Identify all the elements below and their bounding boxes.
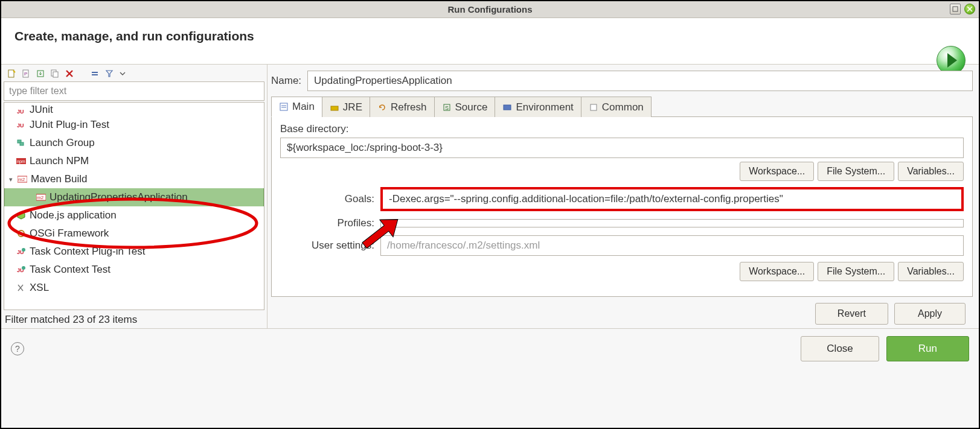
svg-rect-0 bbox=[953, 7, 958, 11]
help-icon[interactable]: ? bbox=[11, 342, 24, 355]
junit-icon: JU bbox=[16, 106, 26, 116]
junit-icon: JU bbox=[16, 120, 26, 130]
tab-label: Refresh bbox=[391, 101, 427, 113]
tree-item[interactable]: JU JUnit bbox=[4, 104, 264, 116]
svg-point-28 bbox=[22, 248, 25, 252]
environment-tab-icon bbox=[502, 103, 512, 112]
svg-text:npm: npm bbox=[17, 159, 25, 164]
goals-value: -Dexec.args="--spring.config.additional-… bbox=[389, 193, 783, 205]
tree-item-label: JUnit Plug-in Test bbox=[30, 119, 109, 131]
expander-icon[interactable]: ▾ bbox=[8, 176, 14, 183]
user-settings-input[interactable]: /home/francesco/.m2/settings.xml bbox=[380, 235, 964, 256]
svg-rect-12 bbox=[92, 72, 98, 73]
tab-label: Source bbox=[455, 101, 488, 113]
left-toolbar: P bbox=[4, 67, 264, 81]
svg-rect-9 bbox=[53, 72, 58, 77]
run-button[interactable]: Run bbox=[886, 336, 969, 361]
revert-button[interactable]: Revert bbox=[815, 303, 888, 325]
user-settings-placeholder: /home/francesco/.m2/settings.xml bbox=[387, 240, 540, 251]
task-icon: JU bbox=[16, 265, 26, 275]
tree-item[interactable]: Launch Group bbox=[4, 134, 264, 152]
tab-source[interactable]: S Source bbox=[434, 97, 496, 117]
new-proto-icon[interactable]: P bbox=[22, 69, 30, 78]
apply-button[interactable]: Apply bbox=[894, 303, 966, 325]
base-dir-value: ${workspace_loc:/spring-boot-3-3} bbox=[287, 142, 443, 153]
tree-item-label: UpdatingPropertiesApplication bbox=[50, 191, 188, 203]
filter-input[interactable]: type filter text bbox=[4, 81, 264, 101]
tab-label: JRE bbox=[343, 101, 362, 113]
svg-rect-40 bbox=[591, 104, 597, 110]
config-editor: Name: UpdatingPropertiesApplication Main… bbox=[267, 65, 979, 328]
tree-item[interactable]: JU Task Context Test bbox=[4, 261, 264, 279]
svg-point-26 bbox=[20, 232, 22, 235]
tree-item[interactable]: OSGi Framework bbox=[4, 224, 264, 243]
user-settings-label: User settings: bbox=[280, 240, 380, 252]
close-button[interactable]: Close bbox=[801, 336, 879, 361]
tab-bar: Main JRE Refresh S Source Environment Co… bbox=[271, 96, 973, 117]
tab-jre[interactable]: JRE bbox=[322, 97, 370, 117]
tree-item-maven-build[interactable]: ▾ m2 Maven Build bbox=[4, 170, 264, 188]
filter-status: Filter matched 23 of 23 items bbox=[4, 310, 264, 326]
tab-label: Main bbox=[292, 101, 315, 113]
window-title: Run Configurations bbox=[448, 4, 533, 14]
tree-item-label: Launch NPM bbox=[30, 155, 89, 167]
dialog-footer: ? Close Run bbox=[1, 328, 979, 369]
close-window-button[interactable] bbox=[964, 4, 975, 14]
variables-button[interactable]: Variables... bbox=[898, 162, 964, 181]
node-icon bbox=[16, 211, 26, 220]
collapse-all-icon[interactable] bbox=[91, 69, 99, 78]
svg-text:m2: m2 bbox=[18, 177, 25, 182]
name-input[interactable]: UpdatingPropertiesApplication bbox=[307, 71, 973, 91]
goals-input[interactable]: -Dexec.args="--spring.config.additional-… bbox=[380, 187, 964, 211]
filesystem-button[interactable]: File System... bbox=[818, 162, 894, 181]
filter-icon[interactable] bbox=[105, 69, 114, 78]
xsl-icon bbox=[16, 283, 26, 293]
maven-icon: m2 bbox=[18, 174, 27, 184]
dropdown-icon[interactable] bbox=[120, 69, 128, 78]
svg-rect-36 bbox=[331, 106, 338, 110]
svg-text:S: S bbox=[445, 105, 449, 111]
npm-icon: npm bbox=[16, 156, 26, 166]
tree-item-label: OSGi Framework bbox=[30, 227, 109, 240]
jre-tab-icon bbox=[330, 103, 339, 112]
tree-item-selected[interactable]: m2 UpdatingPropertiesApplication bbox=[4, 188, 264, 206]
tab-environment[interactable]: Environment bbox=[495, 97, 581, 117]
svg-rect-13 bbox=[92, 74, 98, 75]
svg-text:JU: JU bbox=[17, 122, 24, 129]
tab-label: Environment bbox=[516, 101, 573, 113]
variables-button-2[interactable]: Variables... bbox=[898, 262, 964, 281]
maven-icon: m2 bbox=[36, 192, 46, 202]
tree-item[interactable]: JU JUnit Plug-in Test bbox=[4, 116, 264, 134]
profiles-input[interactable] bbox=[380, 219, 964, 227]
dialog-header: Create, manage, and run configurations bbox=[1, 18, 979, 64]
filesystem-button-2[interactable]: File System... bbox=[818, 262, 894, 281]
svg-rect-33 bbox=[280, 103, 287, 110]
common-tab-icon bbox=[589, 103, 598, 112]
maximize-button[interactable] bbox=[950, 4, 961, 14]
base-dir-input[interactable]: ${workspace_loc:/spring-boot-3-3} bbox=[280, 138, 964, 158]
workspace-button-2[interactable]: Workspace... bbox=[740, 262, 814, 281]
svg-text:m2: m2 bbox=[37, 195, 44, 200]
tree-item[interactable]: npm Launch NPM bbox=[4, 152, 264, 170]
refresh-tab-icon bbox=[377, 103, 387, 112]
export-icon[interactable] bbox=[36, 69, 45, 78]
duplicate-icon[interactable] bbox=[51, 69, 59, 78]
name-value: UpdatingPropertiesApplication bbox=[314, 75, 452, 86]
config-tree[interactable]: JU JUnit JU JUnit Plug-in Test Launch Gr… bbox=[4, 102, 264, 310]
profiles-label: Profiles: bbox=[280, 217, 380, 229]
source-tab-icon: S bbox=[442, 103, 452, 112]
tab-body-main: Base directory: ${workspace_loc:/spring-… bbox=[271, 117, 973, 297]
tree-item[interactable]: Node.js application bbox=[4, 206, 264, 224]
tab-label: Common bbox=[602, 101, 644, 113]
tree-item-label: Launch Group bbox=[30, 137, 95, 149]
new-config-icon[interactable] bbox=[7, 69, 16, 78]
tree-item[interactable]: XSL bbox=[4, 279, 264, 297]
task-icon: JU bbox=[16, 247, 26, 256]
tab-refresh[interactable]: Refresh bbox=[370, 97, 435, 117]
workspace-button[interactable]: Workspace... bbox=[740, 162, 814, 181]
osgi-icon bbox=[16, 229, 26, 238]
delete-icon[interactable] bbox=[65, 69, 74, 78]
tab-common[interactable]: Common bbox=[581, 97, 652, 117]
tree-item[interactable]: JU Task Context Plug-in Test bbox=[4, 243, 264, 261]
tab-main[interactable]: Main bbox=[271, 97, 322, 117]
